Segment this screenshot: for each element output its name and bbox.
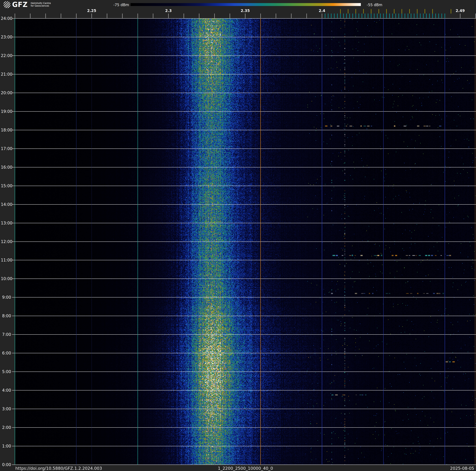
- time-tick-mark: [12, 130, 15, 130]
- time-tick-mark: [12, 372, 15, 372]
- bluetooth-channel-tick: [390, 14, 390, 18]
- hour-gridline: [15, 297, 476, 297]
- time-tick-label: 21:00: [0, 72, 13, 76]
- time-tick-mark: [12, 186, 15, 186]
- freq-marker-line: [383, 18, 384, 465]
- time-tick-mark: [12, 409, 15, 409]
- freq-minor-tick: [137, 14, 138, 18]
- freq-minor-tick: [168, 14, 169, 18]
- bluetooth-channel-tick: [395, 14, 396, 18]
- time-tick-label: 8:00: [0, 314, 13, 318]
- freq-marker-line: [91, 18, 92, 465]
- bluetooth-channel-tick: [340, 14, 341, 18]
- freq-tick-label: 2.49: [456, 9, 465, 13]
- time-tick-label: 19:00: [0, 109, 13, 114]
- time-tick-label: 14:00: [0, 202, 13, 207]
- hour-gridline: [15, 55, 476, 56]
- time-tick-mark: [12, 279, 15, 279]
- freq-minor-tick: [61, 14, 61, 18]
- time-tick-label: 2:00: [0, 425, 13, 430]
- bluetooth-channel-tick: [374, 14, 374, 18]
- gfz-logo-icon: [3, 1, 10, 8]
- bluetooth-channel-tick: [380, 14, 381, 18]
- freq-minor-tick: [45, 14, 46, 18]
- wifi-channel-tick: [409, 9, 410, 14]
- freq-marker-line: [475, 18, 476, 465]
- hour-gridline: [15, 409, 476, 409]
- date-label: 2025-08-05: [450, 466, 474, 471]
- hour-gridline: [15, 372, 476, 372]
- freq-minor-tick: [460, 14, 460, 18]
- bluetooth-channel-tick: [328, 14, 328, 18]
- bluetooth-channel-tick: [334, 14, 335, 18]
- bluetooth-channel-tick: [386, 14, 387, 18]
- bluetooth-channel-tick: [408, 14, 408, 18]
- bluetooth-channel-tick: [353, 14, 353, 18]
- hour-gridline: [15, 260, 476, 260]
- hour-gridline: [15, 18, 476, 18]
- hour-gridline: [15, 334, 476, 335]
- hour-gridline: [15, 279, 476, 279]
- bluetooth-channel-tick: [439, 14, 439, 18]
- bluetooth-channel-tick: [325, 14, 325, 18]
- time-tick-label: 7:00: [0, 332, 13, 337]
- colorbar-gradient: [131, 3, 361, 6]
- freq-minor-tick: [184, 14, 184, 18]
- hour-gridline: [15, 93, 476, 93]
- hour-gridline: [15, 241, 476, 242]
- wifi-channel-tick: [402, 9, 402, 14]
- wifi-channel-tick: [432, 9, 433, 14]
- hour-gridline: [15, 353, 476, 353]
- time-tick-label: 17:00: [0, 146, 13, 151]
- freq-minor-tick: [306, 14, 307, 18]
- bluetooth-channel-tick: [377, 14, 378, 18]
- bluetooth-channel-tick: [414, 14, 414, 18]
- dataset-name: 1_2200_2500_10000_40_0: [15, 466, 476, 471]
- time-tick-label: 20:00: [0, 91, 13, 95]
- time-tick-mark: [12, 353, 15, 353]
- time-tick-label: 13:00: [0, 221, 13, 225]
- hour-gridline: [15, 223, 476, 223]
- freq-minor-tick: [230, 14, 230, 18]
- freq-minor-tick: [322, 14, 322, 18]
- hour-gridline: [15, 390, 476, 390]
- hour-gridline: [15, 465, 476, 465]
- freq-tick-label: 2.4: [319, 9, 325, 13]
- freq-minor-tick: [76, 14, 77, 18]
- bluetooth-channel-tick: [365, 14, 365, 18]
- wifi-channel-tick: [417, 9, 418, 14]
- time-tick-label: 9:00: [0, 295, 13, 300]
- freq-tick-label: 2.25: [87, 9, 96, 13]
- hour-gridline: [15, 186, 476, 186]
- footer-bar: https://doi.org/10.5880/GFZ.1.2.2024.003…: [0, 465, 476, 471]
- time-tick-label: 15:00: [0, 183, 13, 188]
- time-tick-label: 22:00: [0, 53, 13, 58]
- freq-minor-tick: [91, 14, 92, 18]
- wifi-channel-tick: [451, 9, 451, 14]
- time-tick-mark: [12, 465, 15, 465]
- bluetooth-channel-tick: [368, 14, 368, 18]
- bluetooth-channel-tick: [423, 14, 424, 18]
- hour-gridline: [15, 74, 476, 74]
- wifi-channel-tick: [386, 9, 387, 14]
- freq-minor-tick: [153, 14, 153, 18]
- logo-acronym: GFZ: [12, 1, 28, 8]
- hour-gridline: [15, 37, 476, 37]
- bluetooth-channel-tick: [356, 14, 356, 18]
- freq-minor-tick: [107, 14, 107, 18]
- wifi-channel-tick: [363, 9, 364, 14]
- wifi-channel-tick: [425, 9, 425, 14]
- freq-tick-label: 2.35: [241, 9, 250, 13]
- bluetooth-channel-tick: [445, 14, 445, 18]
- hour-gridline: [15, 446, 476, 446]
- time-tick-mark: [12, 297, 15, 297]
- freq-minor-tick: [476, 14, 476, 18]
- bluetooth-channel-tick: [371, 14, 372, 18]
- wifi-channel-tick: [348, 9, 348, 14]
- bluetooth-channel-tick: [429, 14, 430, 18]
- time-tick-mark: [12, 148, 15, 149]
- freq-marker-line: [322, 18, 322, 465]
- hour-gridline: [15, 204, 476, 205]
- time-tick-label: 18:00: [0, 128, 13, 132]
- bluetooth-channel-tick: [362, 14, 362, 18]
